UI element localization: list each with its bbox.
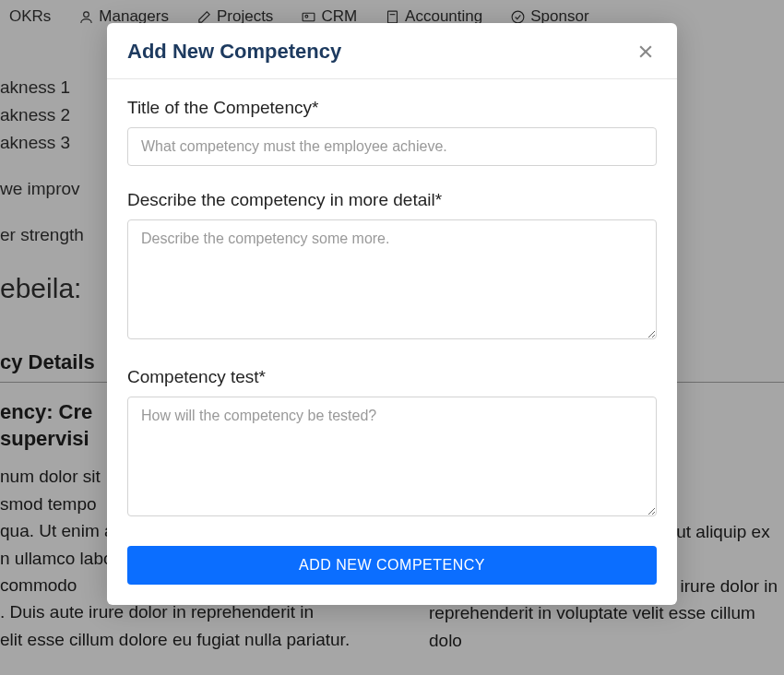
field-test: Competency test* <box>127 367 657 520</box>
close-button[interactable] <box>635 41 657 63</box>
test-textarea[interactable] <box>127 397 657 516</box>
field-title: Title of the Competency* <box>127 98 657 166</box>
modal-header: Add New Competency <box>107 23 677 79</box>
title-input[interactable] <box>127 127 657 166</box>
describe-textarea[interactable] <box>127 219 657 339</box>
modal-title: Add New Competency <box>127 40 341 64</box>
add-competency-button[interactable]: ADD NEW COMPETENCY <box>127 546 657 585</box>
describe-label: Describe the competency in more detail* <box>127 190 657 210</box>
add-competency-modal: Add New Competency Title of the Competen… <box>107 23 677 605</box>
test-label: Competency test* <box>127 367 657 387</box>
close-icon <box>636 42 655 61</box>
title-label: Title of the Competency* <box>127 98 657 118</box>
field-describe: Describe the competency in more detail* <box>127 190 657 343</box>
modal-body: Title of the Competency* Describe the co… <box>107 79 677 605</box>
